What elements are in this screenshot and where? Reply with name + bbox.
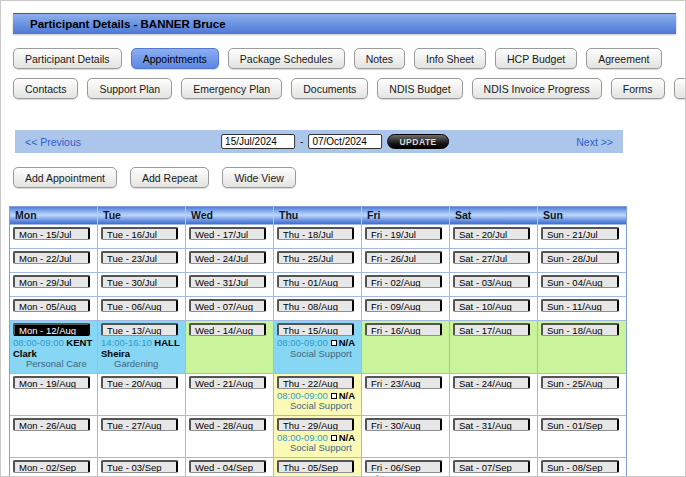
calendar-date-button[interactable]: Fri - 16/Aug [365, 323, 442, 336]
calendar-date-button[interactable]: Sat - 07/Sep [453, 460, 530, 473]
calendar-date-button[interactable]: Mon - 19/Aug [13, 376, 90, 389]
calendar-date-button[interactable]: Mon - 22/Jul [13, 251, 90, 264]
calendar-date-button[interactable]: Mon - 05/Aug [13, 299, 90, 312]
next-link[interactable]: Next >> [576, 136, 613, 148]
calendar-date-button[interactable]: Sun - 18/Aug [541, 323, 619, 336]
calendar-date-button[interactable]: Tue - 27/Aug [101, 418, 178, 431]
calendar-date-button[interactable]: Sun - 11/Aug [541, 299, 619, 312]
calendar-day-cell: Sun - 21/Jul [538, 224, 626, 248]
calendar-day-cell: Wed - 31/Jul [186, 272, 274, 296]
calendar-date-button[interactable]: Wed - 17/Jul [189, 227, 266, 240]
calendar-date-button[interactable]: Thu - 22/Aug [277, 376, 354, 389]
date-from-input[interactable] [221, 134, 295, 149]
calendar-date-button[interactable]: Fri - 09/Aug [365, 299, 442, 312]
calendar-date-button[interactable]: Fri - 06/Sep [365, 460, 442, 473]
calendar-date-button[interactable]: Tue - 06/Aug [101, 299, 178, 312]
tab-support-plan[interactable]: Support Plan [87, 78, 172, 99]
date-to-input[interactable] [308, 134, 382, 149]
calendar-date-button[interactable]: Mon - 02/Sep [13, 460, 90, 473]
calendar-date-button[interactable]: Sat - 24/Aug [453, 376, 530, 389]
update-button[interactable]: UPDATE [387, 134, 448, 149]
calendar-date-button[interactable]: Sun - 01/Sep [541, 418, 619, 431]
calendar-date-button[interactable]: Tue - 20/Aug [101, 376, 178, 389]
calendar-date-button[interactable]: Tue - 03/Sep [101, 460, 178, 473]
calendar-date-button[interactable]: Thu - 29/Aug [277, 418, 354, 431]
calendar-date-button[interactable]: Mon - 15/Jul [13, 227, 90, 240]
calendar-date-button[interactable]: Wed - 07/Aug [189, 299, 266, 312]
previous-link[interactable]: << Previous [25, 136, 81, 148]
calendar-date-button[interactable]: Thu - 25/Jul [277, 251, 354, 264]
tab-emergency-plan[interactable]: Emergency Plan [181, 78, 282, 99]
calendar-date-button[interactable]: Wed - 24/Jul [189, 251, 266, 264]
calendar-date-button[interactable]: Tue - 30/Jul [101, 275, 178, 288]
calendar-date-button[interactable]: Wed - 04/Sep [189, 460, 266, 473]
tab-package-schedules[interactable]: Package Schedules [228, 48, 345, 69]
add-repeat-button[interactable]: Add Repeat [130, 167, 209, 188]
calendar-date-button[interactable]: Sun - 21/Jul [541, 227, 619, 240]
day-header-fri: Fri [362, 207, 450, 224]
calendar-date-button[interactable]: Thu - 08/Aug [277, 299, 354, 312]
appointment-entry[interactable]: 08:00-09:00 KENT ClarkPersonal Care [13, 338, 94, 370]
appointments-calendar: MonTueWedThuFriSatSun Mon - 15/JulTue - … [9, 206, 627, 477]
calendar-date-button[interactable]: Wed - 14/Aug [189, 323, 266, 336]
add-appointment-button[interactable]: Add Appointment [13, 167, 117, 188]
tab-contacts[interactable]: Contacts [13, 78, 78, 99]
tab-documents[interactable]: Documents [291, 78, 368, 99]
calendar-date-button[interactable]: Sun - 04/Aug [541, 275, 619, 288]
wide-view-button[interactable]: Wide View [222, 167, 295, 188]
calendar-date-button[interactable]: Sat - 10/Aug [453, 299, 530, 312]
calendar-date-button[interactable]: Wed - 31/Jul [189, 275, 266, 288]
calendar-date-button[interactable]: Fri - 26/Jul [365, 251, 442, 264]
appointment-entry[interactable]: 14:00-16:10 HALL SheiraGardening [101, 338, 182, 370]
calendar-day-cell: Mon - 02/Sep [10, 457, 98, 477]
tab-forms[interactable]: Forms [674, 78, 686, 99]
calendar-date-button[interactable]: Thu - 18/Jul [277, 227, 354, 240]
calendar-date-button[interactable]: Thu - 01/Aug [277, 275, 354, 288]
calendar-day-cell: Fri - 30/Aug [362, 415, 450, 457]
calendar-date-button[interactable]: Sat - 20/Jul [453, 227, 530, 240]
calendar-date-button[interactable]: Fri - 02/Aug [365, 275, 442, 288]
calendar-date-button[interactable]: Thu - 05/Sep [277, 460, 354, 473]
calendar-day-cell: Wed - 04/Sep [186, 457, 274, 477]
calendar-date-button[interactable]: Sun - 25/Aug [541, 376, 619, 389]
tab-participant-details[interactable]: Participant Details [13, 48, 122, 69]
tab-hcp-budget[interactable]: HCP Budget [495, 48, 577, 69]
appointment-time: 08:00-09:00 [277, 432, 328, 443]
appointment-entry[interactable]: 08:00-09:00N/ASocial Support [277, 433, 358, 454]
calendar-date-button[interactable]: Sat - 17/Aug [453, 323, 530, 336]
calendar-date-button-selected[interactable]: Mon - 12/Aug [13, 323, 90, 336]
calendar-day-cell: Sun - 11/Aug [538, 296, 626, 320]
tab-ndis-invoice-progress[interactable]: NDIS Invoice Progress [472, 78, 602, 99]
calendar-date-button[interactable]: Fri - 19/Jul [365, 227, 442, 240]
calendar-date-button[interactable]: Mon - 26/Aug [13, 418, 90, 431]
appointment-service: Gardening [101, 359, 182, 370]
calendar-date-button[interactable]: Sat - 31/Aug [453, 418, 530, 431]
tab-agreement[interactable]: Agreement [586, 48, 661, 69]
calendar-date-button[interactable]: Wed - 28/Aug [189, 418, 266, 431]
calendar-day-cell: Sun - 18/Aug [538, 320, 626, 373]
appointment-entry[interactable]: 08:00-09:00N/ASocial Support [277, 338, 358, 359]
calendar-date-button[interactable]: Mon - 29/Jul [13, 275, 90, 288]
calendar-date-button[interactable]: Tue - 13/Aug [101, 323, 178, 336]
tab-info-sheet[interactable]: Info Sheet [414, 48, 486, 69]
calendar-day-cell: Tue - 03/Sep [98, 457, 186, 477]
tab-appointments[interactable]: Appointments [131, 48, 219, 69]
calendar-date-button[interactable]: Tue - 16/Jul [101, 227, 178, 240]
calendar-date-button[interactable]: Sun - 08/Sep [541, 460, 619, 473]
day-header-thu: Thu [274, 207, 362, 224]
calendar-date-button[interactable]: Fri - 30/Aug [365, 418, 442, 431]
tab-notes[interactable]: Notes [354, 48, 405, 69]
tab-forms[interactable]: Forms [611, 78, 665, 99]
calendar-date-button[interactable]: Tue - 23/Jul [101, 251, 178, 264]
calendar-date-button[interactable]: Sat - 03/Aug [453, 275, 530, 288]
calendar-date-button[interactable]: Sat - 27/Jul [453, 251, 530, 264]
calendar-date-button[interactable]: Fri - 23/Aug [365, 376, 442, 389]
calendar-date-button[interactable]: Thu - 15/Aug [277, 323, 354, 336]
tab-ndis-budget[interactable]: NDIS Budget [377, 78, 462, 99]
calendar-week-row: Mon - 15/JulTue - 16/JulWed - 17/JulThu … [10, 224, 626, 248]
calendar-day-cell: Sat - 20/Jul [450, 224, 538, 248]
calendar-day-cell: Tue - 30/Jul [98, 272, 186, 296]
appointment-entry[interactable]: 08:00-09:00N/ASocial Support [277, 391, 358, 412]
calendar-date-button[interactable]: Wed - 21/Aug [189, 376, 266, 389]
calendar-date-button[interactable]: Sun - 28/Jul [541, 251, 619, 264]
